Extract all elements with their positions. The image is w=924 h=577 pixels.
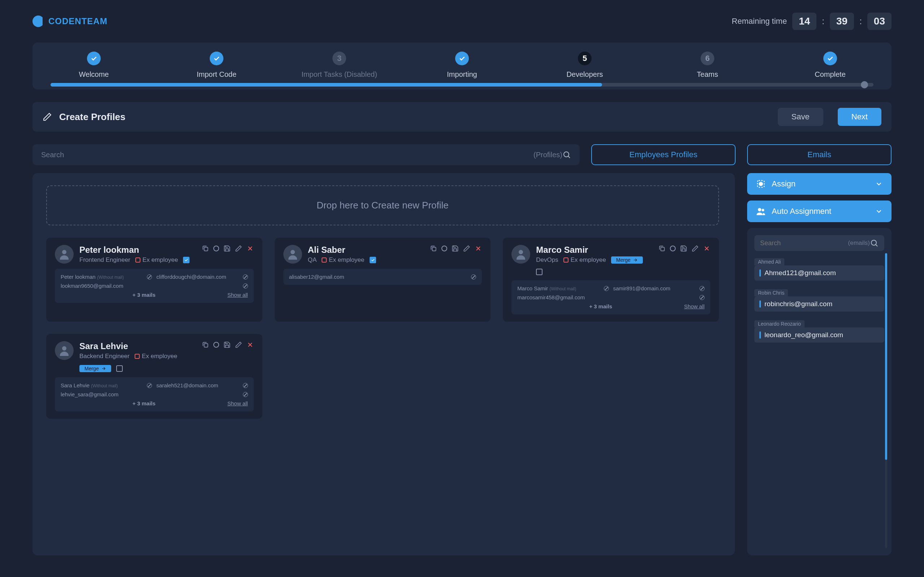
show-all-link[interactable]: Show all bbox=[228, 292, 248, 298]
step-welcome[interactable]: Welcome bbox=[32, 52, 155, 79]
copy-icon[interactable] bbox=[202, 341, 209, 348]
step-complete[interactable]: Complete bbox=[769, 52, 892, 79]
profile-checkbox[interactable] bbox=[536, 269, 543, 275]
step-label: Import Code bbox=[197, 70, 236, 79]
radio-icon[interactable] bbox=[670, 246, 676, 251]
email-item[interactable]: Robin Chrisrobinchris@gmail.com bbox=[754, 289, 884, 311]
step-label: Import Tasks (Disabled) bbox=[301, 70, 377, 79]
step-teams[interactable]: 6Teams bbox=[646, 52, 769, 79]
forbid-icon[interactable] bbox=[243, 284, 248, 288]
assign-button[interactable]: Assign bbox=[747, 173, 892, 195]
tab-emails[interactable]: Emails bbox=[747, 144, 892, 165]
save-icon[interactable] bbox=[452, 245, 459, 252]
svg-point-13 bbox=[871, 240, 876, 245]
progress-knob[interactable] bbox=[861, 81, 868, 89]
profile-checkbox[interactable] bbox=[370, 257, 376, 263]
merge-badge[interactable]: Merge bbox=[79, 365, 111, 372]
svg-point-10 bbox=[759, 182, 762, 185]
search-icon[interactable] bbox=[562, 150, 571, 159]
save-icon[interactable] bbox=[680, 245, 687, 252]
save-button[interactable]: Save bbox=[778, 108, 823, 126]
emails-sidebar: Assign Auto Assignment (emails) Ahmed Al… bbox=[747, 173, 892, 555]
email-address[interactable]: robinchris@gmail.com bbox=[754, 297, 884, 311]
brand-name: CODENTEAM bbox=[48, 16, 108, 26]
profiles-panel: Drop here to Create new Profile Peter lo… bbox=[32, 173, 735, 555]
forbid-icon[interactable] bbox=[243, 383, 248, 388]
card-body: Peter lookman (Without mail)clifforddoug… bbox=[55, 269, 254, 303]
save-icon[interactable] bbox=[223, 245, 231, 252]
forbid-icon[interactable] bbox=[243, 274, 248, 279]
forbid-icon[interactable] bbox=[604, 286, 609, 291]
email-address[interactable]: leonardo_reo@gmail.com bbox=[754, 327, 884, 343]
step-circle bbox=[455, 52, 469, 65]
edit-icon[interactable] bbox=[691, 245, 699, 252]
forbid-icon[interactable] bbox=[147, 274, 152, 279]
drop-zone[interactable]: Drop here to Create new Profile bbox=[46, 185, 719, 226]
step-circle: 5 bbox=[578, 52, 591, 65]
countdown-timer: Remaining time 14 : 39 : 03 bbox=[732, 13, 892, 30]
step-circle: 6 bbox=[701, 52, 714, 65]
delete-icon[interactable] bbox=[247, 245, 254, 252]
merge-badge[interactable]: Merge bbox=[611, 256, 643, 264]
forbid-icon[interactable] bbox=[471, 274, 476, 279]
forbid-icon[interactable] bbox=[699, 286, 704, 291]
step-developers[interactable]: 5Developers bbox=[523, 52, 646, 79]
mail-entry: Sara Lehvie (Without mail) bbox=[61, 382, 142, 388]
auto-assignment-button[interactable]: Auto Assignment bbox=[747, 200, 892, 222]
scrollbar[interactable] bbox=[885, 253, 887, 548]
delete-icon[interactable] bbox=[703, 245, 710, 252]
stepper: WelcomeImport Code3Import Tasks (Disable… bbox=[32, 43, 892, 89]
show-all-link[interactable]: Show all bbox=[228, 400, 248, 406]
mail-entry: saraleh521@domain.com bbox=[156, 382, 238, 388]
more-mails: + 3 mails bbox=[517, 303, 684, 309]
emails-search[interactable]: (emails) bbox=[754, 235, 884, 251]
search-icon[interactable] bbox=[870, 239, 879, 247]
step-import-tasks-disabled-[interactable]: 3Import Tasks (Disabled) bbox=[278, 52, 401, 79]
email-name: Ahmed Ali bbox=[754, 258, 784, 266]
email-name: Robin Chris bbox=[754, 289, 788, 297]
mail-entry: lehvie_sara@gmail.com bbox=[61, 391, 239, 397]
avatar bbox=[283, 245, 302, 264]
copy-icon[interactable] bbox=[430, 245, 437, 252]
delete-icon[interactable] bbox=[475, 245, 482, 252]
radio-icon[interactable] bbox=[441, 246, 447, 251]
edit-icon[interactable] bbox=[235, 341, 242, 348]
copy-icon[interactable] bbox=[202, 245, 209, 252]
mail-entry: marcosamir458@gmail.com bbox=[517, 294, 695, 300]
step-import-code[interactable]: Import Code bbox=[155, 52, 278, 79]
svg-point-3 bbox=[291, 250, 295, 254]
svg-point-12 bbox=[762, 209, 764, 211]
edit-icon[interactable] bbox=[463, 245, 470, 252]
email-item[interactable]: Ahmed AliAhmed121@gmail.com bbox=[754, 258, 884, 280]
mail-entry: alisaber12@gmail.com bbox=[289, 274, 467, 280]
email-address[interactable]: Ahmed121@gmail.com bbox=[754, 266, 884, 280]
profile-card: Marco SamirDevOpsEx employeeMerge Marco … bbox=[503, 238, 719, 322]
step-label: Complete bbox=[815, 70, 846, 79]
profile-name: Marco Samir bbox=[536, 245, 653, 255]
edit-icon[interactable] bbox=[235, 245, 242, 252]
forbid-icon[interactable] bbox=[243, 392, 248, 397]
radio-icon[interactable] bbox=[213, 342, 219, 348]
step-importing[interactable]: Importing bbox=[401, 52, 523, 79]
show-all-link[interactable]: Show all bbox=[684, 303, 704, 309]
logo-icon bbox=[32, 16, 44, 27]
radio-icon[interactable] bbox=[213, 246, 219, 251]
tab-employees-profiles[interactable]: Employees Profiles bbox=[591, 144, 736, 165]
copy-icon[interactable] bbox=[658, 245, 666, 252]
profiles-search[interactable]: (Profiles) bbox=[32, 144, 580, 165]
avatar bbox=[55, 341, 74, 360]
profile-checkbox[interactable] bbox=[183, 257, 189, 263]
save-icon[interactable] bbox=[223, 341, 231, 348]
next-button[interactable]: Next bbox=[838, 108, 881, 126]
svg-point-5 bbox=[519, 250, 523, 254]
forbid-icon[interactable] bbox=[147, 383, 152, 388]
page-title: Create Profiles bbox=[59, 111, 771, 122]
mail-entry: Peter lookman (Without mail) bbox=[61, 274, 142, 280]
delete-icon[interactable] bbox=[247, 341, 254, 348]
forbid-icon[interactable] bbox=[699, 295, 704, 300]
email-item[interactable]: Leonardo Reozarioleonardo_reo@gmail.com bbox=[754, 320, 884, 343]
more-mails: + 3 mails bbox=[61, 292, 228, 298]
profile-checkbox[interactable] bbox=[116, 365, 123, 372]
mail-entry: samir891@domain.com bbox=[613, 285, 695, 292]
step-circle: 3 bbox=[333, 52, 346, 65]
